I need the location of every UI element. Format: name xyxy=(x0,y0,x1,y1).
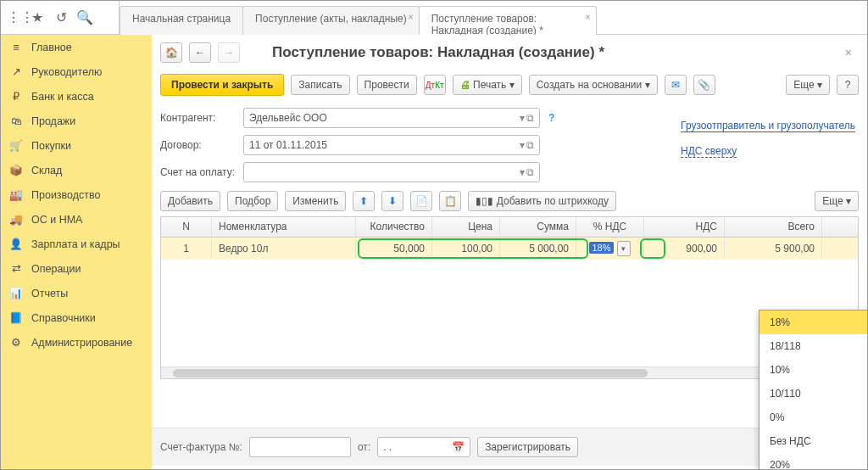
invoice-input[interactable]: ▾ ⧉ xyxy=(243,162,540,182)
h-scrollbar[interactable] xyxy=(161,366,858,378)
contract-label: Договор: xyxy=(160,139,238,151)
chevron-down-icon[interactable]: ▾ xyxy=(520,112,525,124)
sidebar-item-admin[interactable]: ⚙Администрирование xyxy=(1,330,152,355)
vat-option-10-110[interactable]: 10/110 xyxy=(760,382,868,406)
sidebar-item-main[interactable]: ≡Главное xyxy=(1,35,152,59)
highlight-vat-dd xyxy=(640,238,665,259)
col-vat[interactable]: НДС xyxy=(644,217,725,237)
tab-receipt-new[interactable]: Поступление товаров: Накладная (создание… xyxy=(419,6,597,36)
back-button[interactable]: ← xyxy=(189,42,211,63)
highlight-qty-price-sum xyxy=(358,238,588,259)
write-button[interactable]: Записать xyxy=(291,75,349,95)
contractor-input[interactable]: Эдельвейс ООО▾ ⧉ xyxy=(243,108,540,128)
clip-icon[interactable]: 📎 xyxy=(693,75,715,95)
more-button[interactable]: Еще ▾ xyxy=(786,75,830,95)
open-icon[interactable]: ⧉ xyxy=(526,166,534,178)
vat-option-18-118[interactable]: 18/118 xyxy=(760,334,868,358)
open-icon[interactable]: ⧉ xyxy=(526,112,534,124)
pick-button[interactable]: Подбор xyxy=(227,191,278,211)
tab-home[interactable]: Начальная страница xyxy=(120,6,243,35)
chevron-down-icon[interactable]: ▾ xyxy=(520,139,525,151)
sidebar-item-hr[interactable]: 👤Зарплата и кадры xyxy=(1,232,152,256)
sidebar-item-label: Покупки xyxy=(31,140,71,152)
contractor-label: Контрагент: xyxy=(160,112,238,124)
sf-number-input[interactable] xyxy=(249,437,351,457)
print-button[interactable]: 🖨 Печать ▾ xyxy=(453,75,522,95)
help-button[interactable]: ? xyxy=(837,75,859,95)
table-more-button[interactable]: Еще ▾ xyxy=(815,191,859,211)
vat-option-20[interactable]: 20% xyxy=(760,453,868,470)
forward-button[interactable]: → xyxy=(218,42,240,63)
col-n[interactable]: N xyxy=(161,217,212,237)
bars-icon: 📊 xyxy=(9,287,23,299)
box-icon: 📦 xyxy=(9,164,23,176)
col-qty[interactable]: Количество xyxy=(356,217,432,237)
dt-kt-icon[interactable]: ДтКт xyxy=(424,75,446,95)
paste-icon[interactable]: 📋 xyxy=(439,191,461,211)
tab-label: Поступление (акты, накладные) xyxy=(255,13,407,25)
contract-input[interactable]: 11 от 01.11.2015▾ ⧉ xyxy=(243,135,540,155)
vat-mode-link[interactable]: НДС сверху xyxy=(681,145,737,158)
col-sum[interactable]: Сумма xyxy=(500,217,576,237)
sidebar-item-label: Главное xyxy=(31,42,72,53)
toolbar: Провести и закрыть Записать Провести ДтК… xyxy=(152,70,867,104)
sidebar-item-stock[interactable]: 📦Склад xyxy=(1,158,152,182)
apps-icon[interactable]: ⋮⋮⋮ xyxy=(6,10,21,25)
edit-row-button[interactable]: Изменить xyxy=(285,191,346,211)
register-button[interactable]: Зарегистрировать xyxy=(477,437,578,457)
vat-option-none[interactable]: Без НДС xyxy=(760,429,868,453)
sidebar-item-assets[interactable]: 🚚ОС и НМА xyxy=(1,207,152,232)
menu-icon: ≡ xyxy=(9,42,23,53)
sidebar-item-sales[interactable]: 🛍Продажи xyxy=(1,109,152,133)
barcode-button[interactable]: ▮▯▮ Добавить по штрихкоду xyxy=(468,191,616,211)
vat-option-18[interactable]: 18% xyxy=(760,311,868,334)
sidebar-item-mgr[interactable]: ↗Руководителю xyxy=(1,59,152,84)
envelope-icon[interactable]: ✉ xyxy=(665,75,687,95)
book-icon: 📘 xyxy=(9,311,23,324)
home-button[interactable]: 🏠 xyxy=(160,42,182,63)
history-icon[interactable]: ↺ xyxy=(53,10,69,25)
table-toolbar: Добавить Подбор Изменить ⬆ ⬇ 📄 📋 ▮▯▮ Доб… xyxy=(152,186,867,216)
close-icon[interactable]: × xyxy=(408,12,413,22)
sidebar-item-prod[interactable]: 🏭Производство xyxy=(1,182,152,207)
post-close-button[interactable]: Провести и закрыть xyxy=(160,74,284,96)
sidebar-item-dict[interactable]: 📘Справочники xyxy=(1,305,152,330)
invoice-label: Счет на оплату: xyxy=(160,166,238,178)
sidebar-item-reports[interactable]: 📊Отчеты xyxy=(1,281,152,305)
col-price[interactable]: Цена xyxy=(432,217,500,237)
sidebar-item-ops[interactable]: ⇄Операции xyxy=(1,256,152,281)
move-up-icon[interactable]: ⬆ xyxy=(353,191,375,211)
vat-option-0[interactable]: 0% xyxy=(760,406,868,429)
chevron-down-icon[interactable]: ▾ xyxy=(520,166,525,178)
post-button[interactable]: Провести xyxy=(357,75,417,95)
sidebar-item-buy[interactable]: 🛒Покупки xyxy=(1,133,152,158)
col-total[interactable]: Всего xyxy=(725,217,822,237)
sidebar-item-bank[interactable]: ₽Банк и касса xyxy=(1,84,152,109)
copy-icon[interactable]: 📄 xyxy=(410,191,432,211)
star-icon[interactable]: ★ xyxy=(30,10,45,25)
create-based-button[interactable]: Создать на основании ▾ xyxy=(529,75,658,95)
shipper-link[interactable]: Грузоотправитель и грузополучатель xyxy=(681,120,855,132)
vat-option-10[interactable]: 10% xyxy=(760,358,868,382)
open-icon[interactable]: ⧉ xyxy=(526,139,534,151)
search-icon[interactable]: 🔍 xyxy=(77,10,92,25)
help-icon[interactable]: ? xyxy=(548,112,554,124)
chevron-down-icon[interactable]: ▾ xyxy=(617,241,631,256)
tab-label: Начальная страница xyxy=(132,13,231,25)
close-icon[interactable]: × xyxy=(585,12,590,22)
col-nom[interactable]: Номенклатура xyxy=(212,217,356,237)
sidebar-item-label: Зарплата и кадры xyxy=(31,238,120,250)
sidebar-item-label: Справочники xyxy=(31,312,96,324)
scroll-thumb[interactable] xyxy=(173,369,648,378)
printer-icon: 🖨 xyxy=(460,79,470,91)
move-down-icon[interactable]: ⬇ xyxy=(381,191,403,211)
sf-date-input[interactable]: . .📅 xyxy=(377,437,470,457)
col-vatp[interactable]: % НДС xyxy=(576,217,644,237)
sidebar-item-label: Банк и касса xyxy=(31,91,94,103)
tab-receipts[interactable]: Поступление (акты, накладные)× xyxy=(242,6,420,35)
add-row-button[interactable]: Добавить xyxy=(160,191,220,211)
close-doc-button[interactable]: × xyxy=(838,42,859,63)
swap-icon: ⇄ xyxy=(9,262,23,275)
factory-icon: 🏭 xyxy=(9,188,23,201)
calendar-icon[interactable]: 📅 xyxy=(452,441,465,453)
